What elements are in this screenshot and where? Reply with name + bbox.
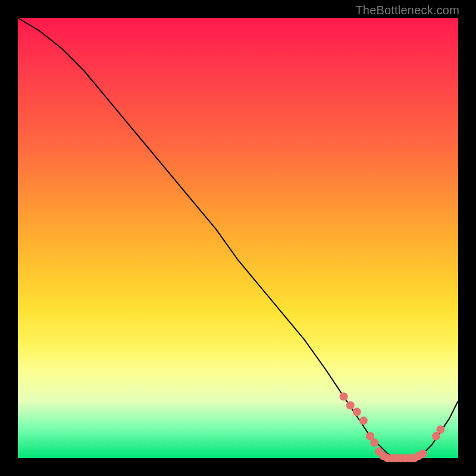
curve-marker [340,392,348,400]
chart-frame: TheBottleneck.com [0,0,476,476]
plot-area [18,18,458,458]
curve-marker [436,425,444,434]
chart-svg [18,18,458,458]
curve-marker [359,416,368,425]
curve-marker [419,450,427,458]
curve-marker [370,439,378,447]
curve-markers [340,392,445,462]
curve-marker [346,401,355,409]
bottleneck-curve [18,18,458,458]
curve-marker [353,408,361,416]
watermark-text: TheBottleneck.com [355,4,459,17]
